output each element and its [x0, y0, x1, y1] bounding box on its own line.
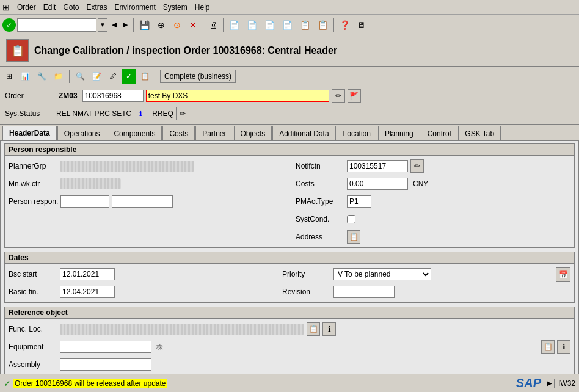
sap-logo: SAP [516, 376, 541, 390]
costs-input[interactable] [347, 178, 408, 190]
sec-btn-1[interactable]: ⊞ [2, 69, 16, 84]
planner-grp-value[interactable] [60, 161, 194, 172]
cancel-button[interactable]: ✕ [186, 17, 200, 33]
status-message-area: ✓ Order 100316968 will be released after… [4, 379, 167, 388]
copy-button-5[interactable]: 📋 [297, 17, 313, 33]
edit-status-button[interactable]: ✏ [176, 107, 189, 120]
equipment-info-button[interactable]: ℹ [557, 340, 570, 354]
systcond-label: SystCond. [296, 215, 344, 223]
mn-wk-ctr-label: Mn.wk.ctr [9, 180, 57, 188]
tab-gsk[interactable]: GSK Tab [458, 126, 501, 140]
systcond-checkbox[interactable] [347, 215, 355, 223]
tab-costs[interactable]: Costs [162, 126, 195, 140]
person-respon-input2[interactable] [112, 195, 173, 208]
order-desc-input[interactable] [146, 90, 329, 102]
order-label: Order [5, 92, 54, 100]
nav-forward-arrow[interactable]: ▶ [120, 18, 131, 32]
equipment-nav-button[interactable]: 📋 [541, 340, 555, 354]
sec-separator-2 [156, 70, 156, 83]
help-button[interactable]: ❓ [337, 17, 353, 33]
revision-row: Revision [282, 285, 544, 299]
costs-currency: CNY [413, 180, 428, 188]
sec-btn-2[interactable]: 📊 [18, 69, 32, 84]
sec-btn-7[interactable]: 🖊 [106, 69, 120, 84]
menu-environment[interactable]: Environment [114, 3, 155, 12]
copy-button-1[interactable]: 📄 [226, 17, 242, 33]
menu-system[interactable]: System [163, 3, 188, 12]
copy-button-6[interactable]: 📋 [315, 17, 331, 33]
func-loc-nav-button[interactable]: 📋 [307, 322, 320, 336]
person-section-content: PlannerGrp Mn.wk.ctr Person respon. Noti… [5, 156, 574, 247]
assembly-label: Assembly [9, 360, 57, 369]
equipment-label: Equipment [9, 343, 57, 351]
order-number-input[interactable] [82, 90, 144, 102]
copy-button-4[interactable]: 📄 [279, 17, 296, 33]
combo-dropdown-arrow[interactable]: ▼ [98, 18, 107, 32]
nav-input[interactable] [17, 18, 96, 32]
basic-fin-input[interactable] [60, 286, 115, 298]
menu-help[interactable]: Help [195, 3, 210, 12]
func-loc-info-button[interactable]: ℹ [322, 322, 336, 336]
address-icon-button[interactable]: 📋 [347, 230, 360, 244]
sec-btn-9[interactable]: 📋 [138, 69, 152, 84]
sec-btn-3[interactable]: 🔧 [35, 69, 49, 84]
status-check-icon: ✓ [4, 379, 11, 388]
copy-button-3[interactable]: 📄 [261, 17, 278, 33]
tab-additional-data[interactable]: Additional Data [272, 126, 335, 140]
content-area: Person responsible PlannerGrp Mn.wk.ctr … [0, 140, 579, 392]
revision-input[interactable] [333, 286, 395, 298]
dates-section-title: Dates [5, 252, 574, 264]
tab-control[interactable]: Control [421, 126, 458, 140]
info-icon-btn[interactable]: ℹ [134, 107, 147, 120]
assembly-input[interactable] [60, 358, 151, 371]
nav-back-arrow[interactable]: ◀ [109, 18, 120, 32]
tab-components[interactable]: Components [107, 126, 162, 140]
person-respon-input1[interactable] [60, 195, 109, 208]
edit-desc-button[interactable]: ✏ [332, 89, 345, 103]
dates-section: Dates Bsc start Basic fin. Priority V To… [4, 252, 575, 303]
tab-location[interactable]: Location [337, 126, 377, 140]
tab-objects[interactable]: Objects [234, 126, 272, 140]
flag-button[interactable]: 🚩 [348, 89, 361, 103]
planner-grp-label: PlannerGrp [9, 162, 57, 170]
menu-order[interactable]: Order [17, 3, 36, 12]
basic-fin-row: Basic fin. [9, 285, 270, 299]
dates-calendar-button[interactable]: 📅 [556, 267, 570, 282]
menu-goto[interactable]: Goto [63, 3, 79, 12]
equipment-input[interactable] [60, 341, 151, 353]
func-loc-value[interactable] [60, 324, 304, 335]
person-respon-label: Person respon. [9, 197, 58, 206]
tab-operations[interactable]: Operations [57, 126, 107, 140]
mn-wk-ctr-value[interactable] [60, 178, 121, 189]
address-row: Address 📋 [296, 230, 570, 244]
func-loc-label: Func. Loc. [9, 325, 57, 333]
sec-btn-6[interactable]: 📝 [90, 69, 104, 84]
menu-extras[interactable]: Extras [86, 3, 107, 12]
notifctn-input[interactable] [347, 160, 408, 172]
sys-status-label: Sys.Status [5, 109, 54, 118]
menu-edit[interactable]: Edit [43, 3, 56, 12]
shortcut-button-2[interactable]: ⊙ [170, 17, 184, 33]
tab-headerdata[interactable]: HeaderData [2, 126, 57, 140]
separator-1 [133, 18, 134, 32]
sec-btn-8[interactable]: ✓ [122, 69, 136, 84]
sec-btn-5[interactable]: 🔍 [73, 69, 87, 84]
print-button[interactable]: 🖨 [206, 17, 220, 33]
person-respon-row: Person respon. [9, 195, 283, 208]
notifctn-edit-button[interactable]: ✏ [410, 159, 424, 173]
transaction-code: IW32 [558, 379, 575, 388]
costs-row: Costs CNY [296, 177, 570, 191]
tab-partner[interactable]: Partner [195, 126, 233, 140]
sec-btn-4[interactable]: 📁 [51, 69, 65, 84]
save-button[interactable]: 💾 [136, 17, 153, 33]
tab-planning[interactable]: Planning [378, 126, 420, 140]
customize-button[interactable]: 🖥 [354, 17, 369, 33]
status-nav-btn-1[interactable]: ▶ [545, 379, 555, 388]
copy-button-2[interactable]: 📄 [244, 17, 260, 33]
pmact-input[interactable] [347, 195, 371, 208]
revision-label: Revision [282, 288, 331, 296]
priority-select[interactable]: V To be planned [333, 268, 431, 280]
shortcut-button-1[interactable]: ⊕ [154, 17, 169, 33]
bsc-start-input[interactable] [60, 268, 115, 280]
navigation-combo[interactable]: ▼ [17, 18, 107, 32]
